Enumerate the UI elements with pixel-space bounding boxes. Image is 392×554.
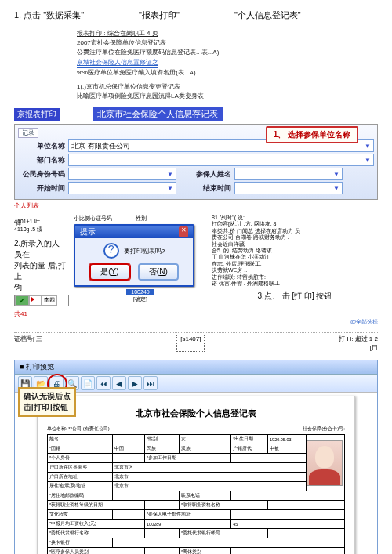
label-start: 开始时间 bbox=[18, 183, 65, 194]
step2: 2.所录入的人 员在 列表的量 后,打上 钩 bbox=[14, 238, 69, 293]
label-unit: 单位名称 bbox=[18, 141, 65, 151]
mid-section: 选择 4101+1 叶 4110g .5 绩 2.所录入的人 员在 列表的量 后… bbox=[14, 215, 378, 318]
yes-button[interactable]: 是(Y) bbox=[89, 263, 129, 281]
report-line-2: 2007市社会保障单位信息登记表 bbox=[77, 38, 378, 48]
callout-select-unit: 1、 选择参保单位名称 bbox=[266, 126, 358, 143]
input-end[interactable]: ▼ bbox=[234, 182, 343, 194]
count-label: 共41 bbox=[14, 310, 69, 318]
tab-indicator: 记录 bbox=[18, 128, 38, 138]
checkbox-checked[interactable]: ✔ bbox=[15, 295, 29, 306]
input-idnum[interactable]: ▼ bbox=[68, 168, 176, 180]
checkbox-row: ✔ 李四 bbox=[14, 295, 69, 306]
confirm-dialog: 提示 ✕ ? 要打印副表吗? 是(Y) 否(N) bbox=[74, 224, 194, 287]
nav-last-icon[interactable]: ⏭ bbox=[143, 376, 158, 390]
step3: 3.点、 击 [打 印] 按钮 bbox=[212, 291, 378, 301]
chevron-down-icon: ▼ bbox=[365, 143, 371, 150]
close-icon[interactable]: ✕ bbox=[179, 226, 188, 237]
select-dept[interactable]: ▼ bbox=[68, 154, 374, 166]
report-line-6: 1(.)京市机总保疗单位信息变更登记表 bbox=[77, 82, 378, 92]
step1-col2: "报表打印" bbox=[139, 9, 180, 21]
title-bars: 京报表打印 北京市社会保险个人信息存记表 bbox=[14, 107, 378, 121]
bar-left: 京报表打印 bbox=[14, 108, 60, 121]
step1-col3: "个人信息登记表" bbox=[234, 9, 301, 21]
step1-text: 1. 点击 "数据采集" bbox=[14, 9, 84, 21]
chevron-down-icon: ▼ bbox=[167, 171, 173, 178]
label-end: 结束时间 bbox=[176, 183, 231, 194]
chevron-down-icon: ▼ bbox=[167, 185, 173, 192]
dialog-title-text: 提示 bbox=[80, 226, 96, 237]
mid-footer: 证档号[ 三 [s1407] 打 H: 超过 1 2 [日 bbox=[14, 332, 378, 352]
instruction-steps: 1. 点击 "数据采集" "报表打印" "个人信息登记表" bbox=[14, 9, 378, 21]
bar-right: 北京市社会保险个人信息存记表 bbox=[93, 107, 223, 121]
page-icon[interactable]: 📄 bbox=[81, 376, 95, 390]
triangle-icon bbox=[31, 297, 34, 302]
no-button[interactable]: 否(N) bbox=[138, 263, 179, 281]
sub-right: 社会保障(分合卡)号: bbox=[303, 425, 345, 433]
row-name: 李四 bbox=[42, 295, 57, 306]
report-line-5: %%医疗单位单免医疗编入填资名册(表...A) bbox=[77, 68, 378, 78]
input-start[interactable]: ▼ bbox=[68, 182, 176, 194]
chevron-down-icon: ▼ bbox=[333, 185, 339, 192]
question-icon: ? bbox=[103, 243, 119, 259]
photo-placeholder bbox=[307, 440, 343, 486]
clear-link[interactable]: @全部选择 bbox=[14, 318, 378, 326]
form-title: 北京市社会保险个人信息登记表 bbox=[47, 407, 345, 419]
query-form-panel: 记录 单位名称 北京 有限责任公司▼ 1、 选择参保单位名称 部门名称 ▼ 公民… bbox=[14, 124, 378, 200]
ok-pill: 100246 bbox=[126, 289, 154, 295]
section-label: 个人列表 bbox=[14, 201, 378, 210]
label-dept: 部门名称 bbox=[18, 155, 65, 165]
preview-page: 北京市社会保险个人信息登记表 单位名称: **公司 (有责任公司) 社会保障(分… bbox=[37, 396, 355, 554]
print-preview-window: ■ 打印预览 💾 📂 🖨 🔍 📄 ⏮ ◀ ▶ ⏭ 确认无误后点 击[打印]按钮 … bbox=[14, 360, 378, 554]
nav-prev-icon[interactable]: ◀ bbox=[112, 376, 126, 390]
report-line-4: 京城社会保险人信息置修证之 bbox=[77, 58, 158, 68]
report-line-7: 比喻医疗单项倒险免医疗息园流得LA类变身表 bbox=[77, 92, 378, 101]
registration-table: 姓名 *性别女 *出生日期1920.05.03 *国籍中国民族汉族户籍所代中被 … bbox=[47, 434, 345, 554]
vtext-select: 选择 bbox=[14, 215, 22, 216]
label-idnum: 公民身份号码 bbox=[18, 169, 65, 179]
dialog-message: 要打印副表吗? bbox=[124, 247, 165, 255]
input-name[interactable]: ▼ bbox=[234, 168, 343, 180]
nav-first-icon[interactable]: ⏮ bbox=[96, 376, 111, 390]
callout-confirm-print: 确认无误后点 击[打印]按钮 bbox=[18, 387, 76, 417]
preview-titlebar: ■ 打印预览 bbox=[15, 360, 377, 375]
label-name: 参保人姓名 bbox=[176, 169, 231, 179]
chevron-down-icon: ▼ bbox=[333, 171, 339, 178]
right-notes: 81 "列时"( 说: 打印容[从.计 :方. 网络友: 8 本类共.价 门闻总… bbox=[212, 215, 378, 318]
nav-next-icon[interactable]: ▶ bbox=[128, 376, 142, 390]
sub-left: 单位名称: **公司 (有责任公司) bbox=[47, 425, 110, 433]
report-list: 报表打印 : 综合在岗职工 4 页 2007市社会保障单位信息登记表 公费注疗单… bbox=[77, 29, 378, 101]
chevron-down-icon: ▼ bbox=[365, 157, 371, 164]
report-line-1: 报表打印 : 综合在岗职工 4 页 bbox=[77, 29, 378, 38]
ok-text: [确定] bbox=[133, 296, 147, 302]
report-line-3: 公费注疗单位在险免医疗额度码信息登记表.. 表...A) bbox=[77, 48, 378, 57]
